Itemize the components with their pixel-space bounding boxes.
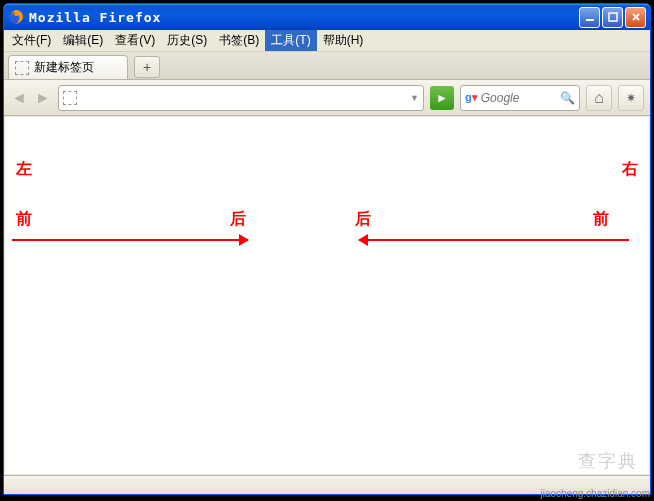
- menu-file[interactable]: 文件(F): [6, 30, 57, 51]
- urlbar[interactable]: ▼: [58, 85, 424, 111]
- back-button[interactable]: ◄: [10, 87, 28, 109]
- menubar: 文件(F) 编辑(E) 查看(V) 历史(S) 书签(B) 工具(T) 帮助(H…: [4, 30, 650, 52]
- google-icon: g▾: [465, 91, 478, 104]
- close-button[interactable]: [625, 7, 646, 28]
- menu-history[interactable]: 历史(S): [161, 30, 213, 51]
- watermark-large: 查字典: [578, 449, 638, 473]
- menu-help[interactable]: 帮助(H): [317, 30, 370, 51]
- watermark-small: jiaocheng.chazidian.com: [540, 488, 650, 499]
- firefox-icon: [8, 9, 24, 25]
- navbar: ◄ ► ▼ ► g▾ 🔍 ⌂ ✷: [4, 80, 650, 116]
- site-icon: [63, 91, 77, 105]
- page-content: 左 右 前 后 后 前: [5, 117, 649, 474]
- searchbar[interactable]: g▾ 🔍: [460, 85, 580, 111]
- label-right: 右: [622, 159, 638, 180]
- addon-button[interactable]: ✷: [618, 85, 644, 111]
- svg-rect-2: [609, 13, 617, 21]
- label-front-2: 前: [593, 209, 609, 230]
- menu-edit[interactable]: 编辑(E): [57, 30, 109, 51]
- home-button[interactable]: ⌂: [586, 85, 612, 111]
- label-front-1: 前: [16, 209, 32, 230]
- svg-rect-1: [586, 19, 594, 21]
- dropdown-icon[interactable]: ▼: [410, 93, 419, 103]
- firefox-window: Mozilla Firefox 文件(F) 编辑(E) 查看(V) 历史(S) …: [3, 3, 651, 495]
- arrow-left-icon: [359, 239, 629, 241]
- menu-view[interactable]: 查看(V): [109, 30, 161, 51]
- url-input[interactable]: [81, 88, 406, 108]
- menu-bookmarks[interactable]: 书签(B): [213, 30, 265, 51]
- search-icon[interactable]: 🔍: [560, 91, 575, 105]
- tabbar: 新建标签页 +: [4, 52, 650, 80]
- home-icon: ⌂: [594, 89, 604, 107]
- search-input[interactable]: [481, 88, 557, 108]
- titlebar[interactable]: Mozilla Firefox: [4, 4, 650, 30]
- page-icon: [15, 61, 29, 75]
- maximize-button[interactable]: [602, 7, 623, 28]
- tab-newpage[interactable]: 新建标签页: [8, 55, 128, 79]
- window-title: Mozilla Firefox: [29, 10, 579, 25]
- menu-tools[interactable]: 工具(T): [265, 30, 316, 51]
- go-button[interactable]: ►: [430, 86, 454, 110]
- label-left: 左: [16, 159, 32, 180]
- forward-button[interactable]: ►: [34, 87, 52, 109]
- tab-label: 新建标签页: [34, 59, 94, 76]
- addon-icon: ✷: [626, 91, 636, 105]
- label-back-1: 后: [230, 209, 246, 230]
- arrow-right-icon: [12, 239, 248, 241]
- minimize-button[interactable]: [579, 7, 600, 28]
- new-tab-button[interactable]: +: [134, 56, 160, 78]
- window-controls: [579, 7, 646, 28]
- label-back-2: 后: [355, 209, 371, 230]
